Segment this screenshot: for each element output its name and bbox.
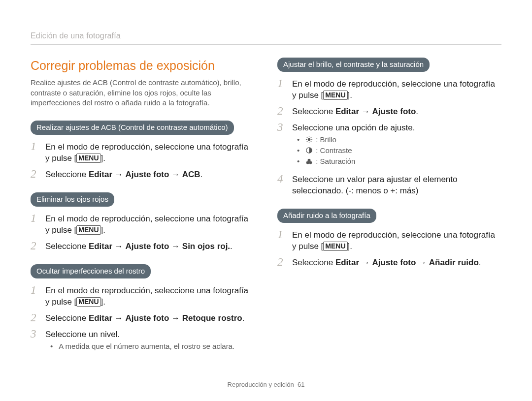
step: 3 Seleccione una opción de ajuste. : Bri… (277, 122, 501, 170)
menu-path-part: Editar (89, 170, 112, 179)
step-text: ]. (101, 225, 105, 235)
bullet-item: : Brillo (297, 135, 415, 145)
left-column: Corregir problemas de exposición Realice… (31, 58, 255, 359)
step-body: Seleccione Editar → Ajuste foto → Retoqu… (45, 312, 244, 324)
svg-line-7 (307, 141, 307, 142)
step: 1 En el modo de reproducción, seleccione… (277, 78, 501, 101)
step: 2 Seleccione Editar → Ajuste foto. (277, 105, 501, 118)
step-number: 2 (31, 240, 39, 252)
bullet-text: A medida que el número aumenta, el rostr… (59, 341, 234, 351)
menu-path-part: Editar (335, 258, 359, 267)
step-text: Seleccione (292, 107, 335, 116)
bullet-item: : Saturación (297, 156, 415, 166)
step-body: En el modo de reproducción, seleccione u… (45, 284, 255, 308)
footer-section: Reproducción y edición (228, 381, 294, 388)
step: 2 Seleccione Editar → Ajuste foto → Reto… (31, 312, 255, 324)
step-number: 1 (31, 141, 39, 153)
step-number: 3 (277, 122, 286, 133)
menu-path-part: Ajuste foto (372, 258, 416, 267)
step: 4 Seleccione un valor para ajustar el el… (277, 173, 501, 197)
menu-button-label: MENU (76, 225, 100, 235)
noise-heading-pill: Añadir ruido a la fotografía (277, 209, 376, 223)
step-number: 2 (31, 312, 39, 324)
step-text: En el modo de reproducción, seleccione u… (292, 230, 495, 251)
step: 2 Seleccione Editar → Ajuste foto → Sin … (31, 240, 255, 252)
menu-button-label: MENU (323, 242, 347, 251)
menu-path-part: Añadir ruido (429, 258, 479, 267)
step: 2 Seleccione Editar → Ajuste foto → Añad… (277, 256, 501, 269)
arrow-icon: → (115, 170, 123, 179)
step-text: Seleccione una opción de ajuste. (292, 123, 415, 132)
menu-button-label: MENU (76, 154, 100, 163)
page-footer: Reproducción y edición 61 (0, 380, 532, 389)
arrow-icon: → (171, 242, 180, 251)
bcs-steps: 1 En el modo de reproducción, seleccione… (277, 78, 501, 197)
bullet-icon (297, 156, 302, 166)
step-text: Seleccione (45, 170, 89, 179)
breadcrumb: Edición de una fotografía (31, 31, 501, 45)
noise-steps: 1 En el modo de reproducción, seleccione… (277, 229, 501, 269)
menu-path-part: Sin ojos roj. (182, 242, 230, 251)
svg-line-6 (311, 141, 311, 142)
step-text: Seleccione (292, 258, 335, 267)
step-number: 1 (277, 229, 286, 241)
step-text: Seleccione un nivel. (45, 330, 120, 339)
menu-path-part: Ajuste foto (126, 242, 169, 251)
svg-line-5 (307, 137, 307, 138)
acb-heading-pill: Realizar ajustes de ACB (Control de cont… (31, 121, 234, 135)
step-body: Seleccione una opción de ajuste. : Brill… (292, 122, 415, 170)
step-number: 1 (277, 78, 286, 90)
redeye-steps: 1 En el modo de reproducción, seleccione… (31, 213, 255, 252)
step-text: En el modo de reproducción, seleccione u… (45, 142, 248, 163)
saturation-icon (305, 158, 313, 165)
step: 1 En el modo de reproducción, seleccione… (31, 284, 255, 308)
step: 1 En el modo de reproducción, seleccione… (31, 141, 255, 164)
bullet-icon (297, 135, 302, 145)
step-text: . (479, 258, 481, 267)
bullet-icon (297, 146, 302, 155)
menu-button-label: MENU (323, 91, 347, 100)
menu-path-part: Ajuste foto (126, 313, 169, 323)
step-body: Seleccione Editar → Ajuste foto → Sin oj… (45, 240, 233, 252)
bullet-item: A medida que el número aumenta, el rostr… (50, 341, 234, 351)
step-text: ]. (101, 154, 105, 163)
step-body: Seleccione Editar → Ajuste foto → ACB. (45, 168, 202, 181)
arrow-icon: → (362, 107, 370, 116)
step-text: En el modo de reproducción, seleccione u… (45, 214, 248, 235)
contrast-icon (305, 147, 313, 154)
step-number: 2 (31, 168, 39, 180)
right-column: Ajustar el brillo, el contraste y la sat… (277, 58, 501, 359)
acb-steps: 1 En el modo de reproducción, seleccione… (31, 141, 255, 181)
arrow-icon: → (362, 258, 370, 267)
option-bullets: : Brillo : Contraste (297, 135, 415, 167)
content-columns: Corregir problemas de exposición Realice… (31, 58, 501, 359)
intro-paragraph: Realice ajustes de ACB (Control de contr… (31, 78, 255, 108)
step-body: Seleccione un valor para ajustar el elem… (292, 173, 501, 197)
step-body: En el modo de reproducción, seleccione u… (45, 141, 255, 164)
bullet-icon (50, 341, 56, 351)
svg-point-0 (308, 138, 311, 141)
step-text: ]. (348, 242, 352, 251)
step-text: Seleccione un valor para ajustar el elem… (292, 175, 457, 195)
step-text: ]. (348, 91, 352, 100)
face-steps: 1 En el modo de reproducción, seleccione… (31, 284, 255, 354)
page-number: 61 (298, 381, 304, 388)
svg-line-8 (311, 137, 311, 138)
step-number: 1 (31, 284, 39, 296)
step-body: En el modo de reproducción, seleccione u… (292, 78, 501, 101)
bullet-text: : Saturación (316, 156, 355, 166)
page-title: Corregir problemas de exposición (31, 58, 255, 74)
step: 2 Seleccione Editar → Ajuste foto → ACB. (31, 168, 255, 181)
arrow-icon: → (418, 258, 427, 267)
step-number: 3 (31, 328, 39, 340)
step-body: En el modo de reproducción, seleccione u… (292, 229, 501, 252)
svg-point-12 (309, 161, 312, 164)
menu-path-part: Retoque rostro (182, 313, 242, 323)
sub-bullets: A medida que el número aumenta, el rostr… (50, 341, 234, 351)
face-heading-pill: Ocultar imperfecciones del rostro (31, 264, 151, 278)
step-text: . (416, 107, 418, 116)
step: 1 En el modo de reproducción, seleccione… (277, 229, 501, 252)
step: 1 En el modo de reproducción, seleccione… (31, 213, 255, 236)
step-number: 2 (277, 256, 286, 268)
step-body: Seleccione un nivel. A medida que el núm… (45, 328, 234, 354)
